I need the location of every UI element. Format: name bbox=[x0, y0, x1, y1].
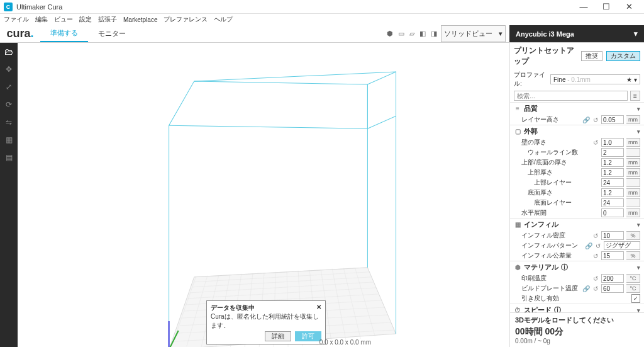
viewport-3d[interactable]: データを収集中 ✕ Curaは、匿名化した利用統計を収集します。 詳細 許可 0… bbox=[18, 43, 509, 347]
infill-overlap-input[interactable]: 15 bbox=[601, 251, 624, 260]
menu-help[interactable]: ヘルプ bbox=[213, 14, 234, 25]
menu-view[interactable]: ビュー bbox=[53, 14, 74, 25]
settings-search-input[interactable] bbox=[514, 91, 628, 101]
mesh-tool[interactable]: ▦ bbox=[0, 131, 18, 149]
menu-extensions[interactable]: 拡張子 bbox=[97, 14, 118, 25]
chevron-down-icon: ▾ bbox=[634, 30, 638, 38]
move-tool[interactable]: ✥ bbox=[0, 60, 18, 78]
cat-speed[interactable]: ⏱スピードⓘ▾ bbox=[510, 304, 644, 312]
reset-icon[interactable]: ↺ bbox=[593, 232, 598, 239]
wall-thickness-input[interactable]: 1.0 bbox=[601, 138, 624, 147]
infill-icon: ▦ bbox=[514, 221, 521, 228]
bottom-thickness-input[interactable]: 1.2 bbox=[601, 188, 624, 197]
reset-icon[interactable]: ↺ bbox=[593, 139, 598, 146]
allow-button[interactable]: 許可 bbox=[295, 331, 321, 341]
shell-icon: ▢ bbox=[514, 128, 521, 135]
open-file-button[interactable]: 🗁 bbox=[0, 43, 18, 60]
infill-density-label: インフィル密度 bbox=[521, 231, 591, 240]
cat-shell[interactable]: ▢外郭▾ bbox=[510, 125, 644, 137]
app-icon: C bbox=[4, 3, 13, 11]
wall-thickness-label: 壁の厚さ bbox=[521, 138, 591, 147]
mirror-tool[interactable]: ⇋ bbox=[0, 113, 18, 131]
bottom-thickness-label: 底面厚さ bbox=[528, 188, 599, 197]
menu-edit[interactable]: 編集 bbox=[34, 14, 49, 25]
close-button[interactable]: ✕ bbox=[618, 0, 640, 14]
retraction-checkbox[interactable]: ✓ bbox=[631, 294, 640, 303]
view-mode-select[interactable]: ソリッドビュー▾ bbox=[441, 25, 506, 42]
setup-title: プリントセットアップ bbox=[514, 45, 577, 67]
menu-settings[interactable]: 設定 bbox=[78, 14, 93, 25]
tab-monitor[interactable]: モニター bbox=[88, 25, 136, 42]
layer-height-label: レイヤー高さ bbox=[521, 115, 580, 124]
custom-button[interactable]: カスタム bbox=[606, 51, 640, 61]
bed-temp-input[interactable]: 60 bbox=[601, 284, 624, 293]
link-icon[interactable]: 🔗 bbox=[585, 242, 592, 249]
link-icon[interactable]: 🔗 bbox=[582, 285, 590, 292]
rotate-tool[interactable]: ⟳ bbox=[0, 96, 18, 113]
reset-icon[interactable]: ↺ bbox=[593, 117, 598, 123]
dialog-close-button[interactable]: ✕ bbox=[316, 304, 321, 312]
view-top-icon[interactable]: ▱ bbox=[409, 30, 414, 38]
horizontal-expansion-input[interactable]: 0 bbox=[601, 208, 624, 217]
infill-pattern-select[interactable]: ジグザグ bbox=[604, 241, 640, 250]
bottom-layers-label: 底面レイヤー bbox=[534, 198, 599, 207]
infill-density-input[interactable]: 10 bbox=[601, 231, 624, 240]
reset-icon[interactable]: ↺ bbox=[593, 253, 598, 259]
settings-menu-button[interactable]: ≡ bbox=[630, 91, 640, 101]
top-layers-label: 上部レイヤー bbox=[534, 178, 599, 187]
minimize-button[interactable]: — bbox=[572, 0, 595, 14]
profile-select[interactable]: Fine - 0.1mm ★ ▾ bbox=[550, 74, 640, 84]
bottom-layers-input[interactable]: 24 bbox=[601, 198, 624, 207]
chevron-down-icon: ▾ bbox=[499, 30, 502, 38]
top-layers-input[interactable]: 24 bbox=[601, 178, 624, 187]
wall-lines-label: ウォールライン数 bbox=[528, 148, 599, 157]
view-3d-icon[interactable]: ⬢ bbox=[387, 30, 393, 38]
status-dimensions: 0.0 x 0.0 x 0.0 mm bbox=[319, 339, 371, 346]
reset-icon[interactable]: ↺ bbox=[593, 285, 598, 292]
print-temp-input[interactable]: 200 bbox=[601, 274, 624, 283]
cat-quality[interactable]: ≡品質▾ bbox=[510, 102, 644, 115]
logo: cura. bbox=[0, 25, 40, 42]
reset-icon[interactable]: ↺ bbox=[593, 275, 598, 282]
topbot-thickness-label: 上部/底面の厚さ bbox=[521, 158, 599, 167]
star-icon: ★ ▾ bbox=[626, 76, 637, 83]
profile-label: プロファイル: bbox=[514, 71, 548, 88]
menu-preferences[interactable]: プレファレンス bbox=[162, 14, 209, 25]
link-icon[interactable]: 🔗 bbox=[582, 117, 590, 123]
infill-pattern-label: インフィルパターン bbox=[521, 241, 582, 250]
recommended-button[interactable]: 推奨 bbox=[581, 51, 602, 61]
cat-infill[interactable]: ▦インフィル▾ bbox=[510, 218, 644, 230]
stage-tabs: 準備する モニター bbox=[40, 25, 136, 42]
details-button[interactable]: 詳細 bbox=[265, 331, 291, 341]
wall-lines-input[interactable]: 2 bbox=[601, 148, 624, 157]
topbot-thickness-input[interactable]: 1.2 bbox=[601, 158, 624, 167]
bed-temp-label: ビルドプレート温度 bbox=[521, 284, 580, 293]
menu-marketplace[interactable]: Marketplace bbox=[122, 15, 158, 25]
layer-height-input[interactable]: 0.05 bbox=[601, 115, 624, 124]
infill-overlap-label: インフィル公差量 bbox=[521, 251, 591, 260]
tab-prepare[interactable]: 準備する bbox=[40, 25, 88, 42]
view-right-icon[interactable]: ◨ bbox=[431, 30, 437, 38]
window-title: Ultimaker Cura bbox=[16, 3, 572, 11]
menubar: ファイル 編集 ビュー 設定 拡張子 Marketplace プレファレンス ヘ… bbox=[0, 14, 644, 25]
info-icon[interactable]: ⓘ bbox=[554, 305, 561, 312]
menu-file[interactable]: ファイル bbox=[3, 14, 30, 25]
scale-tool[interactable]: ⤢ bbox=[0, 78, 18, 96]
dialog-body: Curaは、匿名化した利用統計を収集します。 bbox=[211, 312, 321, 330]
view-front-icon[interactable]: ▭ bbox=[398, 30, 404, 38]
speed-icon: ⏱ bbox=[514, 307, 521, 312]
view-left-icon[interactable]: ◧ bbox=[419, 30, 426, 38]
top-thickness-input[interactable]: 1.2 bbox=[601, 168, 624, 177]
horizontal-expansion-label: 水平展開 bbox=[521, 208, 599, 217]
view-icons: ⬢ ▭ ▱ ◧ ◨ bbox=[387, 25, 441, 42]
maximize-button[interactable]: ☐ bbox=[595, 0, 618, 14]
support-tool[interactable]: ▤ bbox=[0, 149, 18, 166]
cat-material[interactable]: ⬢マテリアルⓘ▾ bbox=[510, 261, 644, 273]
settings-list[interactable]: ≡品質▾ レイヤー高さ🔗↺0.05mm ▢外郭▾ 壁の厚さ↺1.0mm ウォール… bbox=[510, 102, 644, 312]
reset-icon[interactable]: ↺ bbox=[596, 242, 601, 249]
load-model-message: 3Dモデルをロードしてください bbox=[515, 316, 639, 325]
top-toolbar: cura. 準備する モニター ⬢ ▭ ▱ ◧ ◨ ソリッドビュー▾ Anycu… bbox=[0, 25, 644, 43]
print-settings-panel: プリントセットアップ 推奨 カスタム プロファイル: Fine - 0.1mm … bbox=[509, 43, 644, 347]
printer-select[interactable]: Anycubic i3 Mega▾ bbox=[509, 25, 644, 42]
info-icon[interactable]: ⓘ bbox=[561, 263, 568, 272]
